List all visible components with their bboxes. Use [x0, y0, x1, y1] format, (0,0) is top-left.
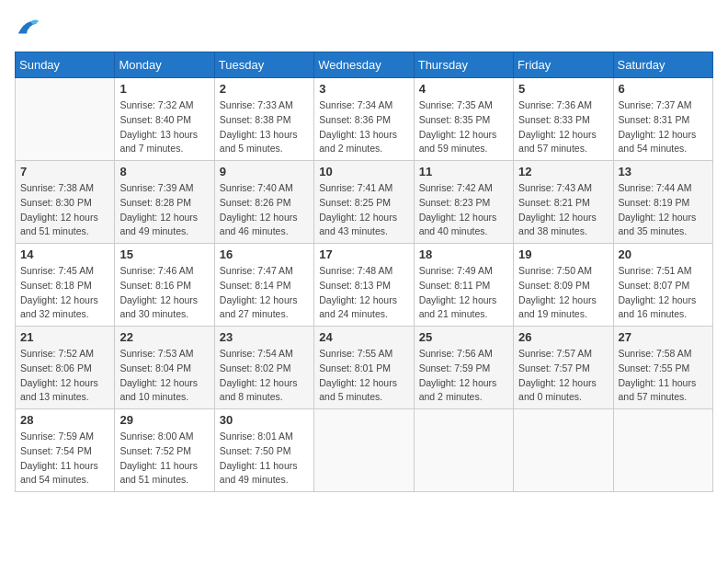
day-info: Sunrise: 7:47 AMSunset: 8:14 PMDaylight:…	[220, 264, 309, 322]
day-info: Sunrise: 7:55 AMSunset: 8:01 PMDaylight:…	[319, 347, 408, 405]
day-info: Sunrise: 8:00 AMSunset: 7:52 PMDaylight:…	[119, 430, 209, 488]
day-info: Sunrise: 7:42 AMSunset: 8:23 PMDaylight:…	[419, 181, 508, 239]
calendar-day-cell: 25 Sunrise: 7:56 AMSunset: 7:59 PMDaylig…	[414, 327, 513, 409]
day-number: 18	[419, 247, 508, 261]
calendar-week-row: 7 Sunrise: 7:38 AMSunset: 8:30 PMDayligh…	[16, 161, 713, 244]
day-number: 29	[119, 413, 209, 427]
calendar-body: 1 Sunrise: 7:32 AMSunset: 8:40 PMDayligh…	[16, 78, 713, 492]
day-info: Sunrise: 7:40 AMSunset: 8:26 PMDaylight:…	[220, 181, 309, 239]
weekday-header-cell: Thursday	[414, 52, 513, 78]
calendar-day-cell: 19 Sunrise: 7:50 AMSunset: 8:09 PMDaylig…	[514, 244, 613, 327]
weekday-header-cell: Wednesday	[314, 52, 414, 78]
day-number: 30	[220, 413, 309, 427]
weekday-header-cell: Saturday	[613, 52, 712, 78]
day-info: Sunrise: 7:46 AMSunset: 8:16 PMDaylight:…	[119, 264, 209, 322]
calendar-day-cell: 5 Sunrise: 7:36 AMSunset: 8:33 PMDayligh…	[514, 78, 613, 161]
day-number: 19	[518, 247, 608, 261]
day-info: Sunrise: 7:35 AMSunset: 8:35 PMDaylight:…	[419, 98, 508, 156]
day-number: 20	[619, 247, 708, 261]
calendar-day-cell: 9 Sunrise: 7:40 AMSunset: 8:26 PMDayligh…	[214, 161, 313, 244]
day-number: 16	[220, 247, 309, 261]
calendar-day-cell: 13 Sunrise: 7:44 AMSunset: 8:19 PMDaylig…	[613, 161, 712, 244]
day-info: Sunrise: 7:34 AMSunset: 8:36 PMDaylight:…	[319, 98, 408, 156]
calendar-day-cell: 16 Sunrise: 7:47 AMSunset: 8:14 PMDaylig…	[214, 244, 313, 327]
calendar-day-cell: 30 Sunrise: 8:01 AMSunset: 7:50 PMDaylig…	[214, 409, 313, 492]
day-number: 23	[220, 330, 309, 344]
day-info: Sunrise: 7:48 AMSunset: 8:13 PMDaylight:…	[319, 264, 408, 322]
logo	[15, 15, 44, 40]
day-number: 26	[518, 330, 608, 344]
day-number: 11	[419, 165, 508, 178]
day-number: 7	[20, 165, 109, 178]
weekday-header-cell: Friday	[514, 52, 613, 78]
day-number: 17	[319, 247, 408, 261]
calendar-day-cell: 1 Sunrise: 7:32 AMSunset: 8:40 PMDayligh…	[115, 78, 214, 161]
calendar-day-cell	[314, 409, 414, 492]
day-info: Sunrise: 7:58 AMSunset: 7:55 PMDaylight:…	[619, 347, 708, 405]
day-number: 27	[619, 330, 708, 344]
calendar-week-row: 21 Sunrise: 7:52 AMSunset: 8:06 PMDaylig…	[16, 327, 713, 409]
calendar-day-cell: 8 Sunrise: 7:39 AMSunset: 8:28 PMDayligh…	[115, 161, 214, 244]
calendar-day-cell: 21 Sunrise: 7:52 AMSunset: 8:06 PMDaylig…	[16, 327, 115, 409]
day-info: Sunrise: 8:01 AMSunset: 7:50 PMDaylight:…	[220, 430, 309, 488]
day-info: Sunrise: 7:56 AMSunset: 7:59 PMDaylight:…	[419, 347, 508, 405]
day-number: 1	[119, 82, 209, 96]
day-info: Sunrise: 7:39 AMSunset: 8:28 PMDaylight:…	[119, 181, 209, 239]
day-number: 10	[319, 165, 408, 178]
day-number: 13	[619, 165, 708, 178]
day-info: Sunrise: 7:41 AMSunset: 8:25 PMDaylight:…	[319, 181, 408, 239]
day-info: Sunrise: 7:57 AMSunset: 7:57 PMDaylight:…	[518, 347, 608, 405]
day-info: Sunrise: 7:43 AMSunset: 8:21 PMDaylight:…	[518, 181, 608, 239]
day-number: 21	[20, 330, 109, 344]
calendar-week-row: 1 Sunrise: 7:32 AMSunset: 8:40 PMDayligh…	[16, 78, 713, 161]
calendar-day-cell	[16, 78, 115, 161]
day-number: 22	[119, 330, 209, 344]
day-info: Sunrise: 7:38 AMSunset: 8:30 PMDaylight:…	[20, 181, 109, 239]
calendar-day-cell: 11 Sunrise: 7:42 AMSunset: 8:23 PMDaylig…	[414, 161, 513, 244]
calendar-day-cell: 24 Sunrise: 7:55 AMSunset: 8:01 PMDaylig…	[314, 327, 414, 409]
calendar-week-row: 28 Sunrise: 7:59 AMSunset: 7:54 PMDaylig…	[16, 409, 713, 492]
day-number: 12	[518, 165, 608, 178]
calendar-week-row: 14 Sunrise: 7:45 AMSunset: 8:18 PMDaylig…	[16, 244, 713, 327]
weekday-header-cell: Sunday	[16, 52, 115, 78]
day-info: Sunrise: 7:52 AMSunset: 8:06 PMDaylight:…	[20, 347, 109, 405]
day-info: Sunrise: 7:49 AMSunset: 8:11 PMDaylight:…	[419, 264, 508, 322]
weekday-header-cell: Tuesday	[214, 52, 313, 78]
calendar-day-cell: 23 Sunrise: 7:54 AMSunset: 8:02 PMDaylig…	[214, 327, 313, 409]
day-number: 28	[20, 413, 109, 427]
calendar-day-cell: 29 Sunrise: 8:00 AMSunset: 7:52 PMDaylig…	[115, 409, 214, 492]
calendar-day-cell: 15 Sunrise: 7:46 AMSunset: 8:16 PMDaylig…	[115, 244, 214, 327]
day-number: 25	[419, 330, 508, 344]
logo-icon	[15, 15, 40, 40]
day-info: Sunrise: 7:59 AMSunset: 7:54 PMDaylight:…	[20, 430, 109, 488]
day-number: 9	[220, 165, 309, 178]
calendar-day-cell	[613, 409, 712, 492]
day-info: Sunrise: 7:54 AMSunset: 8:02 PMDaylight:…	[220, 347, 309, 405]
calendar-day-cell: 22 Sunrise: 7:53 AMSunset: 8:04 PMDaylig…	[115, 327, 214, 409]
day-number: 3	[319, 82, 408, 96]
day-info: Sunrise: 7:37 AMSunset: 8:31 PMDaylight:…	[619, 98, 708, 156]
day-info: Sunrise: 7:32 AMSunset: 8:40 PMDaylight:…	[119, 98, 209, 156]
day-info: Sunrise: 7:44 AMSunset: 8:19 PMDaylight:…	[619, 181, 708, 239]
day-info: Sunrise: 7:51 AMSunset: 8:07 PMDaylight:…	[619, 264, 708, 322]
calendar-table: SundayMondayTuesdayWednesdayThursdayFrid…	[15, 52, 713, 492]
day-number: 6	[619, 82, 708, 96]
page-header	[15, 15, 713, 40]
day-number: 4	[419, 82, 508, 96]
day-info: Sunrise: 7:53 AMSunset: 8:04 PMDaylight:…	[119, 347, 209, 405]
day-info: Sunrise: 7:50 AMSunset: 8:09 PMDaylight:…	[518, 264, 608, 322]
calendar-day-cell: 7 Sunrise: 7:38 AMSunset: 8:30 PMDayligh…	[16, 161, 115, 244]
calendar-day-cell: 4 Sunrise: 7:35 AMSunset: 8:35 PMDayligh…	[414, 78, 513, 161]
calendar-day-cell: 17 Sunrise: 7:48 AMSunset: 8:13 PMDaylig…	[314, 244, 414, 327]
day-number: 15	[119, 247, 209, 261]
calendar-day-cell: 18 Sunrise: 7:49 AMSunset: 8:11 PMDaylig…	[414, 244, 513, 327]
weekday-header-row: SundayMondayTuesdayWednesdayThursdayFrid…	[16, 52, 713, 78]
calendar-day-cell: 26 Sunrise: 7:57 AMSunset: 7:57 PMDaylig…	[514, 327, 613, 409]
calendar-day-cell: 14 Sunrise: 7:45 AMSunset: 8:18 PMDaylig…	[16, 244, 115, 327]
day-info: Sunrise: 7:36 AMSunset: 8:33 PMDaylight:…	[518, 98, 608, 156]
day-info: Sunrise: 7:45 AMSunset: 8:18 PMDaylight:…	[20, 264, 109, 322]
calendar-day-cell: 10 Sunrise: 7:41 AMSunset: 8:25 PMDaylig…	[314, 161, 414, 244]
calendar-day-cell: 3 Sunrise: 7:34 AMSunset: 8:36 PMDayligh…	[314, 78, 414, 161]
calendar-day-cell: 20 Sunrise: 7:51 AMSunset: 8:07 PMDaylig…	[613, 244, 712, 327]
weekday-header-cell: Monday	[115, 52, 214, 78]
